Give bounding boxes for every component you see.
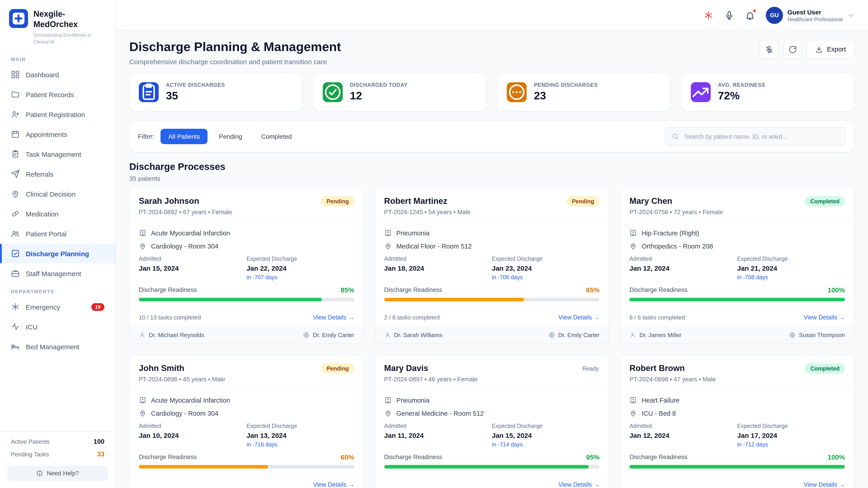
condition-text: Pneumonia xyxy=(396,396,430,404)
notifications-button[interactable] xyxy=(745,10,755,20)
view-details-link[interactable]: View Details → xyxy=(558,481,600,488)
patient-card: Robert Brown PT-2024-0898 • 47 years • M… xyxy=(620,355,855,488)
sidebar-item-clinical-decision[interactable]: Clinical Decision xyxy=(0,184,115,204)
pin-icon xyxy=(11,190,20,199)
view-details-link[interactable]: View Details → xyxy=(313,481,354,488)
coordinator-globe-icon xyxy=(789,332,796,338)
sidebar-item-discharge-planning[interactable]: Discharge Planning xyxy=(0,244,115,264)
sidebar-item-icu[interactable]: ICU xyxy=(0,317,115,337)
filter-pending[interactable]: Pending xyxy=(211,129,250,144)
refresh-button[interactable] xyxy=(783,40,802,59)
dates-row: Admitted Jan 11, 2024 Expected Discharge… xyxy=(384,423,599,448)
doctor-icon xyxy=(629,332,636,338)
user-role: Healthcare Professional xyxy=(787,17,843,22)
view-details-link[interactable]: View Details → xyxy=(804,481,845,488)
view-details-link[interactable]: View Details → xyxy=(558,314,600,321)
attending-doctor: Dr. Sarah Williams xyxy=(384,332,442,338)
location-row: Cardiology - Room 304 xyxy=(139,242,354,250)
sidebar-item-patient-records[interactable]: Patient Records xyxy=(0,85,115,105)
location-row: Cardiology - Room 304 xyxy=(139,410,354,417)
attending-doctor-name: Dr. Michael Reynolds xyxy=(149,332,204,338)
need-help-label: Need Help? xyxy=(47,470,79,477)
patient-count: 35 patients xyxy=(129,175,855,182)
sidebar-item-medication[interactable]: Medication xyxy=(0,204,115,224)
section-header: Discharge Processes 35 patients xyxy=(129,161,855,182)
main-content: Discharge Planning & Management Comprehe… xyxy=(116,31,868,488)
expected-discharge-date: Jan 15, 2024 xyxy=(492,431,600,439)
patient-name: Mary Chen xyxy=(629,196,723,206)
readiness-row: Discharge Readiness 85% xyxy=(139,286,354,294)
care-coordinator-name: Susan Thompson xyxy=(799,332,845,338)
sidebar-item-staff-management[interactable]: Staff Management xyxy=(0,264,115,284)
tasks-row: 10 / 13 tasks completed View Details → xyxy=(130,308,363,326)
sidebar-item-patient-registration[interactable]: Patient Registration xyxy=(0,105,115,125)
stats-row: ACTIVE DISCHARGES 35 DISCHARGED TODAY 12… xyxy=(129,73,855,111)
search-input[interactable] xyxy=(684,133,839,140)
medical-asterisk-icon[interactable] xyxy=(704,10,713,20)
patient-card-header: Mary Davis PT-2024-0897 • 46 years • Fem… xyxy=(375,355,609,389)
discharge-countdown: in -714 days xyxy=(492,442,600,448)
readiness-percent: 85% xyxy=(341,286,354,294)
expected-discharge-date: Jan 17, 2024 xyxy=(737,431,845,439)
trending-up-icon xyxy=(691,82,711,102)
avatar: GU xyxy=(766,6,783,24)
care-coordinator: Susan Thompson xyxy=(789,332,845,338)
dates-row: Admitted Jan 12, 2024 Expected Discharge… xyxy=(629,423,845,448)
patient-card: Mary Davis PT-2024-0897 • 46 years • Fem… xyxy=(375,355,609,488)
need-help-button[interactable]: Need Help? xyxy=(7,466,108,481)
patient-name: Robert Martinez xyxy=(384,196,470,206)
folder-icon xyxy=(11,90,20,99)
readiness-progress-bar xyxy=(629,298,845,301)
map-pin-icon xyxy=(139,410,147,417)
notification-dot xyxy=(752,8,757,13)
export-button[interactable]: Export xyxy=(807,40,855,59)
tasks-completed-text: 2 / 6 tasks completed xyxy=(384,314,440,321)
patient-card-header: John Smith PT-2024-0896 • 45 years • Mal… xyxy=(130,355,363,389)
admitted-date: Jan 11, 2024 xyxy=(384,431,492,439)
info-icon xyxy=(36,470,43,477)
patient-meta: PT-2024-0896 • 45 years • Male xyxy=(139,376,225,383)
view-details-link[interactable]: View Details → xyxy=(804,314,845,321)
status-badge: Completed xyxy=(805,363,845,374)
stat-value: 12 xyxy=(350,90,408,102)
expected-discharge-label: Expected Discharge xyxy=(737,423,845,429)
expected-discharge-label: Expected Discharge xyxy=(247,423,354,429)
patient-card-header: Robert Martinez PT-2024-1245 • 54 years … xyxy=(375,188,609,222)
patient-grid: Sarah Johnson PT-2024-0892 • 67 years • … xyxy=(129,188,855,488)
readiness-percent: 60% xyxy=(341,453,354,461)
user-menu[interactable]: GU Guest User Healthcare Professional xyxy=(766,6,855,24)
filter-pills: All PatientsPendingCompleted xyxy=(161,129,300,144)
condition-text: Pneumonia xyxy=(396,229,430,236)
microphone-icon[interactable] xyxy=(724,10,734,20)
attending-doctor: Dr. James Miller xyxy=(629,332,682,338)
filter-label: Filter: xyxy=(138,133,154,140)
sidebar-item-referrals[interactable]: Referrals xyxy=(0,164,115,184)
sidebar-item-emergency[interactable]: Emergency 19 xyxy=(0,297,115,317)
ward-location-text: General Medicine - Room 512 xyxy=(396,410,484,417)
view-details-link[interactable]: View Details → xyxy=(313,314,354,321)
voice-toggle-button[interactable] xyxy=(760,40,778,59)
patient-card-header: Mary Chen PT-2024-0756 • 72 years • Fema… xyxy=(620,188,854,222)
location-row: ICU - Bed 8 xyxy=(629,410,845,417)
pending-tasks-value: 33 xyxy=(97,451,104,458)
admitted-label: Admitted xyxy=(384,256,492,262)
admitted-label: Admitted xyxy=(384,423,492,429)
sidebar-item-task-management[interactable]: Task Management xyxy=(0,144,115,164)
condition-text: Acute Myocardial Infarction xyxy=(151,229,230,236)
condition-text: Acute Myocardial Infarction xyxy=(151,396,230,404)
filter-completed[interactable]: Completed xyxy=(253,129,299,144)
admitted-date: Jan 12, 2024 xyxy=(629,431,737,439)
location-row: Orthopedics - Room 208 xyxy=(629,242,845,250)
sidebar-item-dashboard[interactable]: Dashboard xyxy=(0,65,115,85)
stat-card: PENDING DISCHARGES 23 xyxy=(497,73,671,111)
patient-card-body: Acute Myocardial Infarction Cardiology -… xyxy=(130,389,363,475)
tasks-completed-text: 10 / 13 tasks completed xyxy=(139,314,201,321)
care-coordinator: Dr. Emily Carter xyxy=(303,332,354,338)
patient-card: Sarah Johnson PT-2024-0892 • 67 years • … xyxy=(129,188,364,344)
sidebar-item-appointments[interactable]: Appointments xyxy=(0,125,115,144)
sidebar-item-bed-management[interactable]: Bed Management xyxy=(0,337,115,357)
filter-all-patients[interactable]: All Patients xyxy=(161,129,208,144)
readiness-progress-fill xyxy=(384,298,524,301)
sidebar-item-patient-portal[interactable]: Patient Portal xyxy=(0,224,115,244)
readiness-label: Discharge Readiness xyxy=(384,454,442,460)
